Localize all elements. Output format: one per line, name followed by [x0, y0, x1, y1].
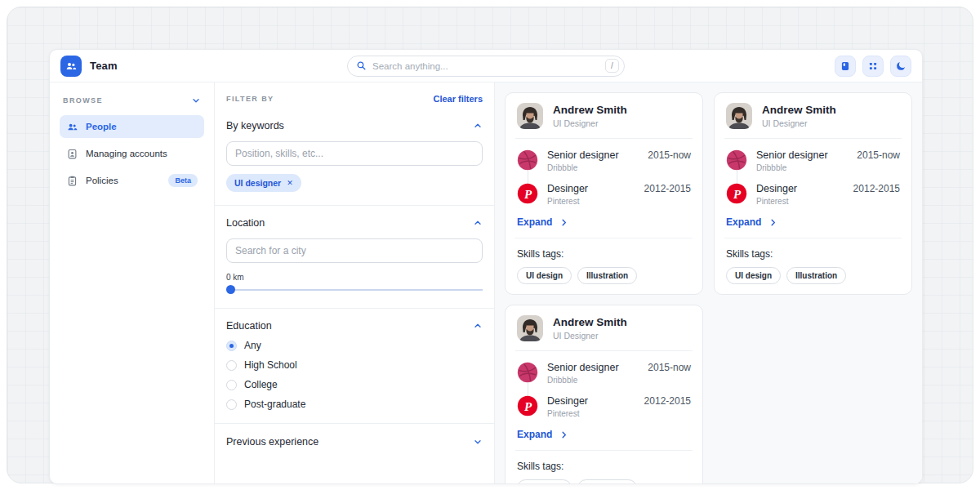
- experience-period: 2015-now: [648, 362, 691, 373]
- chevron-up-icon[interactable]: [473, 121, 483, 131]
- radio-button[interactable]: [226, 399, 237, 410]
- radio-option-high-school[interactable]: High School: [226, 359, 483, 371]
- radio-button[interactable]: [226, 341, 237, 351]
- chevron-up-icon[interactable]: [473, 218, 483, 228]
- sidebar-item-people[interactable]: People: [60, 115, 204, 138]
- location-section-header[interactable]: Location: [226, 217, 483, 229]
- expand-link[interactable]: Expand: [517, 216, 568, 228]
- id-badge-icon: [66, 148, 78, 160]
- global-search[interactable]: /: [347, 56, 625, 77]
- experience-title: Desinger: [756, 183, 797, 194]
- sidebar-item-label: Managing accounts: [86, 149, 167, 158]
- slider-track[interactable]: [226, 289, 483, 291]
- skill-tags: UI design Illustration: [517, 479, 691, 483]
- person-card: Andrew Smith UI Designer Senior designer: [505, 92, 703, 295]
- keywords-section-header[interactable]: By keywords: [226, 120, 483, 131]
- filter-panel: FILTER BY Clear filters By keywords UI d…: [215, 82, 495, 483]
- previous-experience-section-header[interactable]: Previous experience: [226, 424, 483, 460]
- chevron-down-icon[interactable]: [191, 96, 201, 105]
- divider: [515, 450, 693, 451]
- keyword-tag-label: UI designer: [234, 178, 281, 188]
- search-input[interactable]: [372, 61, 599, 71]
- browse-section-header[interactable]: BROWSE: [60, 92, 204, 115]
- distance-value-label: 0 km: [226, 273, 483, 282]
- chevron-up-icon[interactable]: [473, 321, 483, 331]
- divider: [724, 238, 902, 238]
- clear-filters-link[interactable]: Clear filters: [433, 94, 483, 104]
- city-search-input[interactable]: [226, 238, 483, 263]
- close-icon[interactable]: ✕: [287, 179, 293, 187]
- avatar: [726, 103, 752, 129]
- app-window: Team /: [49, 49, 923, 484]
- keyword-tag-ui-designer[interactable]: UI designer ✕: [226, 174, 301, 192]
- expand-link[interactable]: Expand: [726, 216, 777, 228]
- radio-option-post-graduate[interactable]: Post-graduate: [226, 399, 483, 410]
- skill-tag[interactable]: Illustration: [786, 267, 846, 284]
- experience-row-pinterest: P Desinger Pinterest 2012-2015: [517, 183, 691, 206]
- radio-option-any[interactable]: Any: [226, 340, 483, 351]
- apps-grid-button[interactable]: [862, 56, 884, 77]
- experience-company: Pinterest: [756, 197, 797, 206]
- divider: [515, 238, 693, 238]
- keywords-input[interactable]: [226, 141, 483, 166]
- skill-tags: UI design Illustration: [726, 267, 900, 284]
- person-name: Andrew Smith: [762, 104, 836, 116]
- chevron-right-icon: [559, 430, 568, 439]
- book-button[interactable]: [835, 56, 856, 77]
- results-grid: Andrew Smith UI Designer Senior designer: [495, 82, 922, 483]
- app-logo: [60, 56, 82, 77]
- location-section: Location 0 km: [226, 206, 483, 295]
- header-actions: [835, 56, 911, 77]
- distance-slider[interactable]: [226, 285, 483, 295]
- education-section-header[interactable]: Education: [226, 320, 483, 332]
- sidebar-item-managing-accounts[interactable]: Managing accounts: [60, 142, 204, 165]
- card-header: Andrew Smith UI Designer: [517, 315, 691, 341]
- location-title: Location: [226, 217, 265, 229]
- radio-button[interactable]: [226, 360, 237, 371]
- radio-label: High School: [244, 359, 297, 371]
- chevron-down-icon[interactable]: [473, 437, 483, 447]
- sidebar-item-policies[interactable]: Policies Beta: [60, 169, 204, 192]
- person-role: UI Designer: [553, 331, 627, 341]
- person-name: Andrew Smith: [553, 316, 627, 328]
- experience-company: Pinterest: [547, 409, 588, 418]
- radio-option-college[interactable]: College: [226, 379, 483, 390]
- experience-period: 2012-2015: [644, 395, 691, 407]
- skill-tag[interactable]: UI design: [517, 267, 572, 284]
- education-title: Education: [226, 320, 272, 332]
- main-area: BROWSE People: [50, 82, 922, 483]
- experience-company: Dribbble: [756, 163, 828, 172]
- app-header: Team /: [50, 50, 922, 82]
- person-role: UI Designer: [762, 118, 836, 128]
- search-shortcut-key: /: [605, 59, 619, 73]
- filter-by-label: FILTER BY: [226, 95, 274, 103]
- skill-tag[interactable]: Illustration: [577, 267, 637, 284]
- svg-text:P: P: [733, 188, 742, 201]
- experience-row-dribbble: Senior designer Dribbble 2015-now: [726, 149, 900, 172]
- experience-row-dribbble: Senior designer Dribbble 2015-now: [517, 362, 691, 385]
- skills-label: Skills tags:: [726, 248, 900, 260]
- radio-button[interactable]: [226, 380, 237, 390]
- expand-link[interactable]: Expand: [517, 429, 568, 440]
- dribbble-icon: [517, 149, 538, 171]
- avatar-photo: [517, 103, 543, 129]
- experience-timeline: Senior designer Dribbble 2015-now P Desi…: [517, 362, 691, 418]
- skill-tag[interactable]: Illustration: [577, 479, 637, 483]
- avatar: [517, 315, 543, 341]
- pinterest-icon: P: [517, 395, 538, 416]
- card-header: Andrew Smith UI Designer: [517, 103, 691, 129]
- clipboard-icon: [66, 175, 78, 187]
- experience-company: Dribbble: [547, 376, 619, 385]
- slider-thumb[interactable]: [226, 285, 235, 294]
- expand-label: Expand: [517, 429, 552, 440]
- experience-title: Senior designer: [547, 362, 619, 373]
- dark-mode-toggle[interactable]: [890, 56, 911, 77]
- pinterest-icon: P: [726, 183, 747, 204]
- divider: [724, 138, 902, 139]
- moon-icon: [895, 60, 906, 72]
- sidebar: BROWSE People: [50, 82, 215, 483]
- skill-tag[interactable]: UI design: [726, 267, 781, 284]
- skills-label: Skills tags:: [517, 461, 691, 472]
- divider: [515, 350, 693, 351]
- skill-tag[interactable]: UI design: [517, 479, 572, 483]
